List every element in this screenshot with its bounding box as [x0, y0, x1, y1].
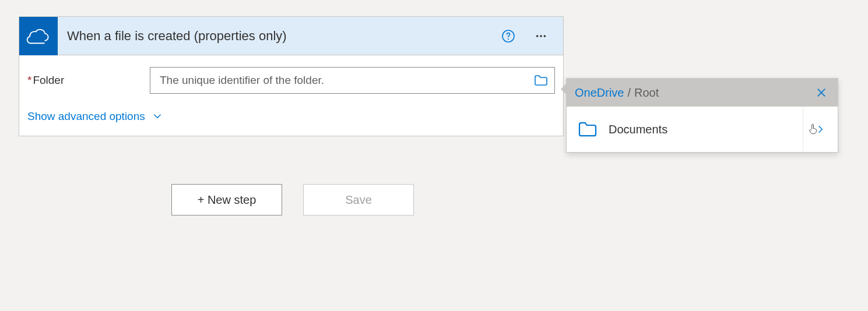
picker-item-navigate[interactable] [803, 107, 838, 152]
new-step-label: + New step [198, 193, 256, 207]
more-icon[interactable] [533, 28, 549, 44]
folder-label-text: Folder [33, 74, 64, 87]
folder-icon [575, 121, 600, 137]
picker-item-label: Documents [609, 123, 803, 136]
picker-body: Documents [567, 107, 838, 152]
save-button[interactable]: Save [303, 184, 414, 215]
svg-point-4 [544, 35, 546, 37]
trigger-body: * Folder Show advanced options [19, 55, 563, 136]
picker-current: Root [634, 86, 659, 100]
trigger-header[interactable]: When a file is created (properties only) [19, 17, 563, 55]
close-icon[interactable] [813, 84, 830, 101]
trigger-actions [500, 28, 563, 44]
save-label: Save [345, 193, 372, 207]
svg-point-2 [536, 35, 539, 37]
trigger-title: When a file is created (properties only) [58, 29, 500, 44]
onedrive-icon [19, 17, 58, 55]
cursor-icon [808, 123, 818, 139]
folder-input[interactable] [150, 67, 555, 94]
svg-point-1 [508, 38, 509, 39]
show-advanced-options[interactable]: Show advanced options [27, 110, 555, 123]
folder-field-row: * Folder [27, 67, 555, 94]
svg-point-3 [540, 35, 542, 37]
actions-row: + New step Save [171, 184, 414, 215]
picker-breadcrumb: OneDrive / Root [567, 79, 838, 107]
picker-sep: / [627, 86, 631, 100]
picker-path: OneDrive / Root [575, 86, 813, 100]
trigger-card: When a file is created (properties only)… [19, 16, 564, 136]
picker-root-link[interactable]: OneDrive [575, 86, 624, 100]
new-step-button[interactable]: + New step [171, 184, 282, 215]
advanced-options-label: Show advanced options [27, 110, 145, 123]
chevron-down-icon [152, 111, 163, 122]
required-indicator: * [27, 74, 31, 87]
folder-picker-icon[interactable] [533, 72, 549, 89]
folder-input-wrap [150, 67, 555, 94]
help-icon[interactable] [500, 28, 516, 44]
folder-label: * Folder [27, 74, 150, 87]
picker-item-documents[interactable]: Documents [567, 107, 838, 152]
folder-picker-popout: OneDrive / Root Documents [566, 78, 838, 153]
